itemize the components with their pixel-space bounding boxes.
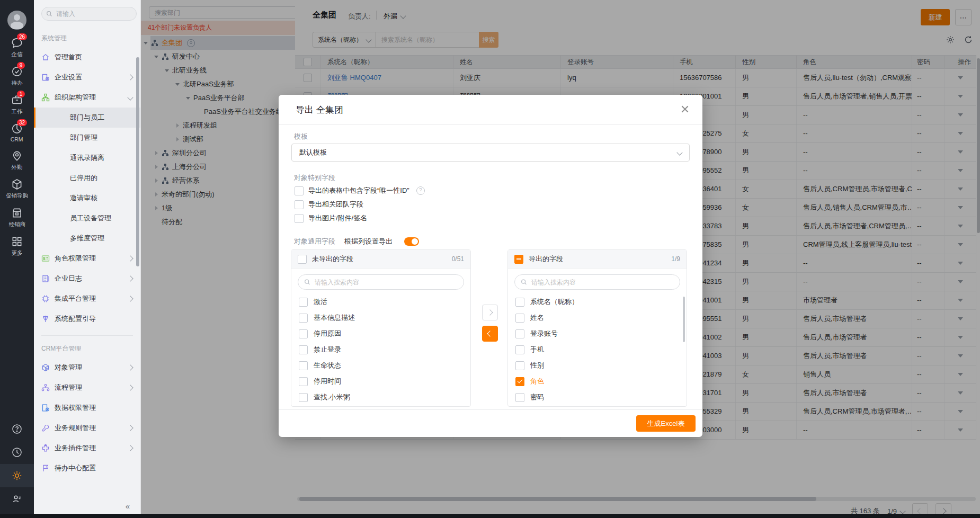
object-cube-icon [41,363,50,372]
help-icon[interactable] [0,417,34,441]
move-left-button[interactable] [482,326,498,342]
sidebar-item-label: 企业日志 [55,274,82,283]
help-icon[interactable]: ? [416,186,425,195]
sidebar-item[interactable]: 通讯录隔离 [34,148,140,168]
sidebar-item-label: 系统配置引导 [55,314,96,324]
field-option[interactable]: 停用原因 [291,326,470,342]
sidebar-item[interactable]: 已停用的 [34,168,140,188]
sidebar-item[interactable]: 部门管理 [34,128,140,148]
org-tree-icon [41,93,50,102]
sidebar-collapse-button[interactable]: « [126,502,129,511]
field-option-label: 姓名 [530,313,544,323]
field-option[interactable]: 查找.小米粥 [291,389,470,405]
panel-search[interactable] [298,274,464,290]
rail-bottom [0,417,34,511]
cube-icon [11,178,23,191]
rail-item[interactable]: 1 工作 [0,94,34,115]
rail-item[interactable]: 9 待办 [0,65,34,87]
sidebar-item[interactable]: 系统配置引导 [34,309,140,329]
template-select[interactable]: 默认模板 [291,144,690,162]
panel-search-input[interactable] [314,278,458,287]
avatar[interactable] [7,11,26,30]
sidebar-search-input[interactable] [55,10,121,18]
generate-excel-button[interactable]: 生成Excel表 [636,415,696,432]
export-by-columns-toggle[interactable] [404,237,419,246]
rail-item[interactable]: 32 CRM [0,122,34,142]
field-option-label: 角色 [530,377,544,386]
rail-item[interactable]: 外勤 [0,149,34,171]
close-icon[interactable] [680,104,690,114]
field-option[interactable]: 基本信息描述 [291,310,470,326]
sidebar-item-label: 员工设备管理 [70,213,111,223]
field-option[interactable]: 姓名 [508,310,687,326]
panel-select-all-checkbox[interactable] [298,255,307,264]
checkbox-images-attachments[interactable]: 导出图片/附件/签名 [295,213,367,223]
panel-search-input[interactable] [530,278,674,287]
rail-item[interactable]: 经销商 [0,207,34,228]
rail-item[interactable]: 26 企信 [0,37,34,58]
sidebar-search[interactable] [41,7,137,21]
sidebar-item[interactable]: 组织架构管理 [34,87,140,108]
rail-item[interactable]: 更多 [0,235,34,257]
sidebar-item[interactable]: 邀请审核 [34,188,140,208]
admin-contacts-icon[interactable] [0,487,34,511]
field-option[interactable]: 角色 [508,373,687,389]
field-option[interactable]: 系统名（昵称） [508,294,687,310]
sidebar-item-label: 待办中心配置 [55,463,96,473]
field-option-label: 基本信息描述 [314,313,355,323]
sidebar-item[interactable]: 流程管理 [34,378,140,398]
sidebar-section-label: CRM平台管理 [34,337,140,358]
content-area: 41个部门未设置负责人 全集团 研发中心 [141,0,980,518]
panel-select-all-checkbox[interactable] [514,255,523,264]
field-option[interactable]: 激活 [291,294,470,310]
store-icon [11,207,23,219]
rail-item-label: CRM [11,136,23,142]
rail-item[interactable]: 促销导购 [0,178,34,200]
field-option[interactable]: 性别 [508,358,687,373]
sidebar-item[interactable]: 企业设置 [34,67,140,87]
field-option-label: 登录账号 [530,329,558,338]
field-option[interactable]: 禁止登录 [291,342,470,358]
chevron-right-icon [127,275,133,281]
sidebar-item[interactable]: 部门与员工 [34,108,140,128]
field-option[interactable]: 停用时间 [291,373,470,389]
history-icon[interactable] [0,441,34,464]
sidebar-item[interactable]: 业务规则管理 [34,418,140,438]
settings-gear-icon[interactable] [0,464,34,487]
chevron-right-icon [127,425,133,431]
field-option[interactable]: 密码 [508,389,687,405]
sidebar-item[interactable]: 待办中心配置 [34,458,140,478]
sidebar-item[interactable]: 业务插件管理 [34,438,140,458]
rail-item-label: 更多 [12,249,23,256]
search-icon [521,279,527,285]
role-card-icon [41,254,50,263]
exported-fields-panel: 导出的字段 1/9 系统名（昵称） 姓名 登录账号 [507,249,687,407]
panel-scrollbar[interactable] [683,297,685,342]
move-right-button[interactable] [482,305,498,320]
checkbox-unique-id[interactable]: 导出的表格中包含字段“唯一性ID” ? [295,186,425,195]
rail-item-label: 工作 [12,108,23,115]
sidebar-item[interactable]: 多维度管理 [34,228,140,248]
sidebar-item[interactable]: 管理首页 [34,47,140,67]
panel-count: 1/9 [671,255,680,263]
sidebar-item[interactable]: 对象管理 [34,358,140,378]
sidebar-item[interactable]: 企业日志 [34,269,140,289]
chevron-right-icon [127,296,133,301]
checkbox-related-team[interactable]: 导出相关团队字段 [295,200,363,209]
sidebar-item[interactable]: 数据权限管理 [34,398,140,418]
chevron-down-icon [676,149,682,155]
chevron-right-icon [127,255,133,261]
panel-search[interactable] [514,274,680,290]
field-option[interactable]: 生命状态 [291,358,470,373]
template-label: 模板 [294,132,308,141]
panel-title: 导出的字段 [529,254,563,264]
field-option[interactable]: 登录账号 [508,326,687,342]
sidebar-item[interactable]: 角色权限管理 [34,248,140,269]
sidebar-item[interactable]: 员工设备管理 [34,208,140,228]
sidebar-item-label: 角色权限管理 [55,254,96,263]
field-option[interactable]: 手机 [508,342,687,358]
sidebar-scrollbar[interactable] [136,57,139,266]
bottom-band [0,514,980,518]
rail-item-label: 外勤 [12,163,23,171]
sidebar-item[interactable]: 集成平台管理 [34,289,140,309]
